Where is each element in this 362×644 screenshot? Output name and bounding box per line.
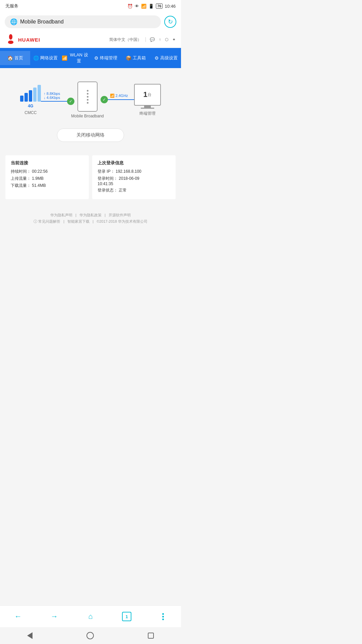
tab-terminal[interactable]: ⚙ 终端管理 (90, 51, 121, 65)
chat-icon[interactable]: 💬 (150, 37, 155, 42)
download-row: 下载流量： 51.4MB (11, 183, 83, 189)
battery-indicator: 76 (156, 3, 163, 9)
faq-link[interactable]: 常见问题解答 (38, 219, 60, 223)
header-actions: 简体中文（中国） 💬 ↑ ⬡ ✦ (109, 37, 176, 43)
url-text: Mobile Broadband (20, 19, 64, 25)
upload-row: 上传流量： 1.9MB (11, 176, 83, 181)
network-tab-icon: 🌐 (33, 55, 39, 61)
open-source-link[interactable]: 开源软件声明 (109, 213, 131, 217)
connector-line: ✓ (41, 101, 71, 102)
device-node: Mobile Broadband (71, 82, 104, 118)
wifi-icon: 📶 (141, 4, 146, 9)
footer-row-2: ⓘ 常见问题解答 | 智能家居下载 | ©2017-2018 华为技术有限公司 (0, 219, 181, 224)
network-node: 4G CMCC (20, 85, 41, 115)
refresh-button[interactable]: ↻ (164, 16, 176, 28)
tools-tab-label: 工具箱 (133, 55, 146, 61)
smart-home-link[interactable]: 智能家居下载 (67, 219, 89, 223)
download-speed: ↓ 4.6Kbps (44, 96, 60, 100)
tab-home[interactable]: 🏠 首页 (0, 51, 30, 65)
tab-tools[interactable]: 📦 工具箱 (121, 51, 151, 65)
wlan-tab-label: WLAN 设置 (69, 52, 89, 64)
login-time-row: 登录时间： 2018-06-0910:41:35 (98, 176, 170, 186)
svg-point-3 (8, 41, 13, 44)
globe-icon: 🌐 (10, 18, 17, 25)
time-display: 10:46 (165, 4, 176, 9)
home-tab-label: 首页 (14, 55, 23, 61)
login-status-row: 登录状态： 正常 (98, 187, 170, 193)
eye-icon: 👁 (135, 4, 139, 9)
address-bar: 🌐 Mobile Broadband ↻ (0, 12, 181, 32)
app-header: HUAWEI 简体中文（中国） 💬 ↑ ⬡ ✦ (0, 32, 181, 48)
bar3 (29, 90, 32, 102)
wifi-freq: 📶 2.4GHz (110, 94, 128, 98)
upload-speed: ↑ 8.8Kbps (44, 92, 60, 96)
network-tab-label: 网络设置 (40, 55, 58, 61)
wifi-line: ✓ (104, 99, 134, 100)
footer-row-1: 华为隐私声明 | 华为隐私政策 | 开源软件声明 (0, 213, 181, 218)
copyright-text: ©2017-2018 华为技术有限公司 (97, 219, 147, 223)
svg-point-2 (9, 34, 12, 40)
login-ip-row: 登录 IP： 192.168.8.100 (98, 169, 170, 174)
right-connector: 📶 2.4GHz ✓ (104, 94, 134, 100)
privacy-statement-link[interactable]: 华为隐私声明 (50, 213, 72, 217)
export-icon[interactable]: ⬡ (165, 37, 168, 42)
bar2 (24, 93, 28, 102)
current-conn-title: 当前连接 (11, 160, 83, 166)
last-login-card: 上次登录信息 登录 IP： 192.168.8.100 登录时间： 2018-0… (92, 155, 176, 199)
terminal-base (141, 108, 154, 109)
huawei-logo: HUAWEI (5, 34, 40, 45)
divider (145, 37, 146, 42)
help-icon: ⓘ (34, 219, 37, 223)
huawei-logo-svg (5, 34, 16, 45)
advanced-tab-label: 高级设置 (160, 55, 178, 61)
tab-network[interactable]: 🌐 网络设置 (30, 51, 60, 65)
terminal-label: 终端管理 (139, 111, 156, 116)
no-service-label: 无服务 (5, 3, 18, 9)
tab-wlan[interactable]: 📶 WLAN 设置 (60, 48, 90, 68)
speed-info: ↑ 8.8Kbps ↓ 4.6Kbps (41, 92, 60, 100)
info-cards: 当前连接 持续时间： 00:22:56 上传流量： 1.9MB 下载流量： 51… (0, 149, 181, 206)
sim-icon: 📱 (148, 4, 154, 9)
terminal-node[interactable]: 1 台 终端管理 (134, 84, 161, 116)
bar4 (33, 88, 37, 102)
status-icons: ⏰ 👁 📶 📱 76 10:46 (127, 3, 176, 9)
upload-icon[interactable]: ↑ (159, 37, 161, 42)
signal-bars (20, 85, 41, 102)
status-diagram: 4G CMCC ↑ 8.8Kbps ↓ 4.6Kbps ✓ Mobile Bro… (0, 78, 181, 122)
tools-tab-icon: 📦 (126, 55, 131, 61)
privacy-policy-link[interactable]: 华为隐私政策 (79, 213, 102, 217)
carrier-label: CMCC (24, 110, 37, 115)
duration-row: 持续时间： 00:22:56 (11, 169, 83, 174)
terminal-tab-label: 终端管理 (100, 55, 117, 61)
device-label: Mobile Broadband (71, 114, 104, 118)
status-bar: 无服务 ⏰ 👁 📶 📱 76 10:46 (0, 0, 181, 12)
tab-advanced[interactable]: ⚙ 高级设置 (151, 51, 181, 65)
current-connection-card: 当前连接 持续时间： 00:22:56 上传流量： 1.9MB 下载流量： 51… (5, 155, 89, 199)
left-connector: ↑ 8.8Kbps ↓ 4.6Kbps ✓ (41, 92, 71, 102)
url-input[interactable]: 🌐 Mobile Broadband (5, 15, 161, 28)
nav-tabs: 🏠 首页 🌐 网络设置 📶 WLAN 设置 ⚙ 终端管理 📦 工具箱 ⚙ 高级设… (0, 48, 181, 68)
footer-links: 华为隐私声明 | 华为隐私政策 | 开源软件声明 ⓘ 常见问题解答 | 智能家居… (0, 206, 181, 229)
alarm-icon: ⏰ (127, 4, 133, 9)
device-icon (77, 82, 98, 112)
last-login-title: 上次登录信息 (98, 160, 170, 166)
star-icon[interactable]: ✦ (172, 37, 176, 42)
close-network-button[interactable]: 关闭移动网络 (57, 128, 124, 142)
terminal-icon: 1 台 (134, 84, 161, 106)
advanced-tab-icon: ⚙ (155, 55, 159, 61)
logo-text: HUAWEI (18, 37, 40, 43)
bar1 (20, 96, 23, 102)
home-tab-icon: 🏠 (7, 55, 13, 61)
terminal-tab-icon: ⚙ (94, 55, 99, 61)
wifi-check: ✓ (101, 96, 108, 103)
network-type: 4G (28, 104, 33, 108)
main-content: 4G CMCC ↑ 8.8Kbps ↓ 4.6Kbps ✓ Mobile Bro… (0, 68, 181, 272)
wlan-tab-icon: 📶 (62, 55, 67, 61)
bar5 (38, 85, 41, 102)
lang-label[interactable]: 简体中文（中国） (109, 37, 141, 43)
